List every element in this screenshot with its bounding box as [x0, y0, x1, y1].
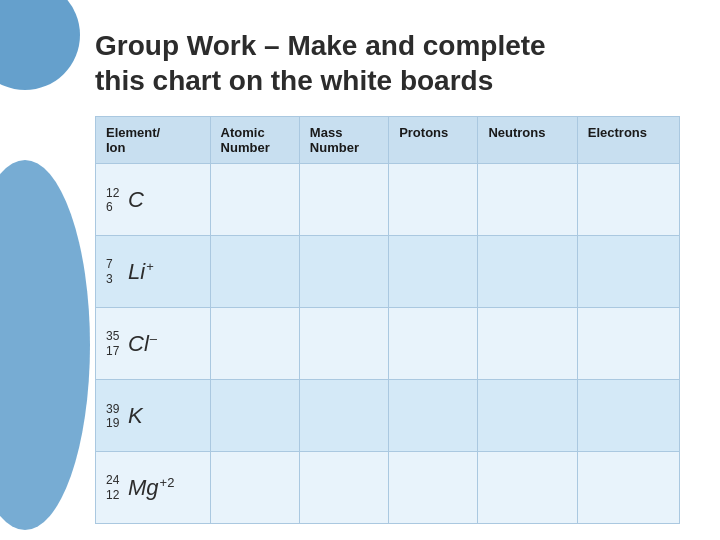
table-row: 3919K: [96, 380, 680, 452]
empty-cell: [389, 308, 478, 380]
empty-cell: [478, 380, 577, 452]
empty-cell: [389, 380, 478, 452]
table-row: 2412Mg+2: [96, 452, 680, 524]
col-header-protons: Protons: [389, 117, 478, 164]
element-table: Element/Ion AtomicNumber MassNumber Prot…: [95, 116, 680, 524]
table-row: 73Li+: [96, 236, 680, 308]
table-header-row: Element/Ion AtomicNumber MassNumber Prot…: [96, 117, 680, 164]
empty-cell: [389, 236, 478, 308]
empty-cell: [299, 236, 388, 308]
empty-cell: [210, 308, 299, 380]
col-header-electrons: Electrons: [577, 117, 679, 164]
element-cell: 126C: [96, 164, 211, 236]
empty-cell: [210, 164, 299, 236]
empty-cell: [210, 236, 299, 308]
col-header-element: Element/Ion: [96, 117, 211, 164]
table-row: 3517Cl–: [96, 308, 680, 380]
empty-cell: [299, 308, 388, 380]
col-header-atomic: AtomicNumber: [210, 117, 299, 164]
empty-cell: [577, 380, 679, 452]
empty-cell: [299, 164, 388, 236]
table-row: 126C: [96, 164, 680, 236]
empty-cell: [577, 236, 679, 308]
element-cell: 3919K: [96, 380, 211, 452]
main-container: Group Work – Make and complete this char…: [0, 0, 720, 540]
col-header-neutrons: Neutrons: [478, 117, 577, 164]
empty-cell: [389, 164, 478, 236]
page-title: Group Work – Make and complete this char…: [95, 28, 680, 98]
empty-cell: [299, 380, 388, 452]
element-cell: 2412Mg+2: [96, 452, 211, 524]
element-cell: 73Li+: [96, 236, 211, 308]
empty-cell: [478, 452, 577, 524]
empty-cell: [389, 452, 478, 524]
empty-cell: [210, 452, 299, 524]
empty-cell: [577, 308, 679, 380]
empty-cell: [577, 452, 679, 524]
element-cell: 3517Cl–: [96, 308, 211, 380]
empty-cell: [478, 164, 577, 236]
empty-cell: [577, 164, 679, 236]
col-header-mass: MassNumber: [299, 117, 388, 164]
empty-cell: [299, 452, 388, 524]
empty-cell: [478, 236, 577, 308]
empty-cell: [478, 308, 577, 380]
empty-cell: [210, 380, 299, 452]
